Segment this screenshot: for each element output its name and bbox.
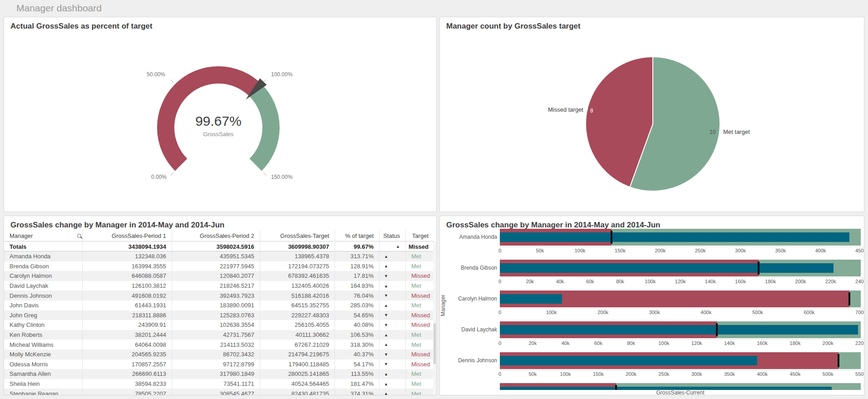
cell-pct: 40.08% xyxy=(335,320,380,330)
bullet-axis-tick-label: 0 xyxy=(498,340,501,346)
cell-p2: 435951.5345 xyxy=(172,251,260,261)
cell-pct: 54.65% xyxy=(335,310,380,320)
table-row[interactable]: Samantha Allen266690.6113317980.18492800… xyxy=(4,369,434,379)
bullet-axis-tick-label: 160k xyxy=(757,340,768,346)
table-totals-row[interactable]: Totals3438094.19343598024.59163609998.90… xyxy=(4,241,434,251)
table-row[interactable]: John Greg218311.8886125283.0763229227.48… xyxy=(4,310,434,320)
bullet-band-met-range[interactable] xyxy=(838,352,861,369)
search-icon[interactable] xyxy=(77,234,81,238)
cell-p1: 61443.1931 xyxy=(83,300,172,310)
bullet-axis-tick-label: 400k xyxy=(757,371,768,377)
cell-met: Met xyxy=(406,340,434,350)
table-row[interactable]: Carolyn Halmon646088.0587120840.20776783… xyxy=(4,271,434,281)
cell-manager[interactable]: Kathy Clinton xyxy=(4,320,83,330)
table-row[interactable]: Stephanie Reagan78505.2207308545.4677824… xyxy=(4,389,434,395)
cell-target: 64515.352755 xyxy=(260,300,335,310)
column-header-met[interactable]: Target xyxy=(406,230,434,241)
bullet-band xyxy=(500,383,861,390)
status-up-icon: ▲ xyxy=(384,382,388,386)
bullet-axis-line xyxy=(500,339,864,340)
cell-status: ▲ xyxy=(380,281,406,291)
cell-manager[interactable]: Brenda Gibson xyxy=(4,261,83,271)
cell-p1: 646088.0587 xyxy=(83,271,172,281)
table-row[interactable]: David Laychak126100.3812218246.521713240… xyxy=(4,281,434,291)
table-row[interactable]: Dennis Johnson491608.0192392493.79235161… xyxy=(4,291,434,300)
cell-met: Missed xyxy=(406,350,434,360)
bullet-value-bar[interactable] xyxy=(500,263,833,273)
bullet-axis-tick-label: 50k xyxy=(536,248,544,253)
cell-pct: 99.67% xyxy=(335,241,380,251)
cell-manager[interactable]: Stephanie Reagan xyxy=(4,389,83,395)
pie-panel: Manager count by GrossSales target Misse… xyxy=(439,17,864,212)
bullet-value-bar[interactable] xyxy=(500,294,562,304)
cell-manager[interactable]: David Laychak xyxy=(4,281,83,291)
cell-p2: 392493.7923 xyxy=(172,291,260,300)
cell-p1: 38594.8233 xyxy=(83,379,172,389)
table-scrollbar[interactable] xyxy=(433,241,436,395)
cell-manager[interactable]: Ken Roberts xyxy=(4,330,83,340)
cell-status: ▲ xyxy=(380,369,406,379)
table-row[interactable]: Molly McKenzie204565.923586702.343221479… xyxy=(4,350,434,360)
cell-manager[interactable]: Dennis Johnson xyxy=(4,291,83,300)
bullet-band-met-range[interactable] xyxy=(849,291,861,307)
cell-p2: 42731.7567 xyxy=(172,330,260,340)
bullet-target-marker xyxy=(758,261,760,275)
cell-target: 82430.481735 xyxy=(260,389,335,395)
cell-status: ▲ xyxy=(380,261,406,271)
cell-manager[interactable]: John Davis xyxy=(4,300,83,310)
bullet-axis-tick-label: 200k xyxy=(597,310,608,315)
cell-status: ▼ xyxy=(380,310,406,320)
cell-manager[interactable]: Micheal Williams xyxy=(4,340,83,350)
table-row[interactable]: Amanda Honda132348.036435951.5345138965.… xyxy=(4,251,434,261)
bullet-axis-tick-label: 0 xyxy=(498,279,501,284)
cell-manager[interactable]: Amanda Honda xyxy=(4,251,83,261)
cell-p1: 3438094.1934 xyxy=(83,241,172,251)
column-header-pct[interactable]: % of target xyxy=(335,230,380,241)
cell-target: 138965.4378 xyxy=(260,251,335,261)
cell-manager[interactable]: Carolyn Halmon xyxy=(4,271,83,281)
cell-target: 229227.48303 xyxy=(260,310,335,320)
table-row[interactable]: Micheal Williams64064.0098214113.5032672… xyxy=(4,340,434,350)
bullet-value-bar[interactable] xyxy=(500,325,858,335)
gauge-tick-0: 0.00% xyxy=(131,174,167,180)
bullet-axis-tick-label: 100k xyxy=(546,310,557,315)
column-header-label: GrossSales-Period 1 xyxy=(112,232,166,239)
bullet-axis-tick-label: 150k xyxy=(615,248,626,253)
cell-target: 280025.141865 xyxy=(260,369,335,379)
bullet-x-axis-label: GrossSales-Current xyxy=(500,390,861,395)
cell-p2: 3598024.5916 xyxy=(172,241,260,251)
column-header-status[interactable]: Status xyxy=(380,230,406,241)
cell-manager[interactable]: Samantha Allen xyxy=(4,369,83,379)
column-header-manager[interactable]: Manager xyxy=(4,230,83,241)
table-row[interactable]: Odessa Morris170857.255797172.8799179400… xyxy=(4,360,434,369)
column-header-target[interactable]: GrossSales-Target xyxy=(260,230,335,241)
cell-manager[interactable]: John Greg xyxy=(4,310,83,320)
cell-met: Met xyxy=(406,251,434,261)
table-row[interactable]: John Davis61443.1931183890.009164515.352… xyxy=(4,300,434,310)
table-row[interactable]: Sheila Hein38594.823373541.117140524.564… xyxy=(4,379,434,389)
bullet-axis-tick-label: 160k xyxy=(735,279,746,284)
bullet-value-bar[interactable] xyxy=(500,356,757,365)
bullet-axis-tick-label: 140k xyxy=(705,279,716,284)
bullet-value-bar[interactable] xyxy=(500,232,849,242)
table-row[interactable]: Brenda Gibson163994.3555221977.594517219… xyxy=(4,261,434,271)
bullet-axis-tick-label: 350k xyxy=(724,371,735,377)
cell-pct: 318.30% xyxy=(335,340,380,350)
table-scrollbar-thumb[interactable] xyxy=(434,323,436,364)
table-row[interactable]: Kathy Clinton243909.91102638.3554256105.… xyxy=(4,320,434,330)
column-header-label: % of target xyxy=(345,232,374,239)
cell-manager[interactable]: Odessa Morris xyxy=(4,360,83,369)
status-up-icon: ▲ xyxy=(384,342,388,347)
cell-status: ▲ xyxy=(380,389,406,395)
status-down-icon: ▼ xyxy=(384,362,388,366)
bullet-axis-tick-label: 400k xyxy=(700,310,711,315)
cell-target: 3609998.90307 xyxy=(260,241,335,251)
bullet-band xyxy=(500,291,861,307)
column-header-p2[interactable]: GrossSales-Period 2 xyxy=(172,230,260,241)
cell-p1: 204565.9235 xyxy=(83,350,172,360)
cell-manager[interactable]: Molly McKenzie xyxy=(4,350,83,360)
bullet-axis-tick-label: 40k xyxy=(556,279,564,284)
cell-manager[interactable]: Sheila Hein xyxy=(4,379,83,389)
table-row[interactable]: Ken Roberts38201.244442731.756740111.306… xyxy=(4,330,434,340)
column-header-p1[interactable]: GrossSales-Period 1 xyxy=(83,230,172,241)
